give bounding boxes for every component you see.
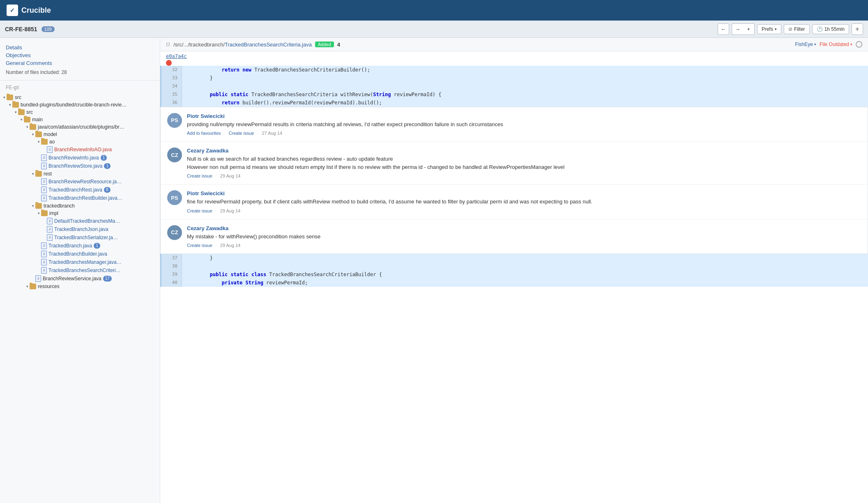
file-header: ⊡ /src/.../trackedbranch/TrackedBranches… [160,38,868,51]
file-item[interactable]: JTrackedBranchesManager.java… [0,258,160,266]
expand-icon: ▾ [30,204,35,208]
comment-action-add-to-favourites[interactable]: Add to favourites [187,131,221,136]
folder-item[interactable]: ▾ao [0,138,160,145]
comment-action-create-issue[interactable]: Create issue [187,243,212,248]
folder-item[interactable]: ▾src [0,108,160,116]
comment-author: Piotr Swiecicki [187,190,861,196]
tree-label: BranchReviewInfoAO.java [54,147,112,152]
comment-action-create-issue[interactable]: Create issue [229,131,254,136]
file-type-icon: J [47,234,53,241]
code-line: 39 public static class TrackedBranchesSe… [161,270,868,279]
file-path-prefix: /src/.../trackedbranch/ [173,42,225,48]
file-item[interactable]: JTrackedBranchSerializer.ja… [0,233,160,242]
sidebar-divider [0,80,160,81]
commit-hash-link[interactable]: e0a7a4c [166,53,187,59]
tree-label: src [26,109,33,115]
folder-item[interactable]: ▾bundled-plugins/bundled/crucible-branch… [0,101,160,108]
review-count-badge: 109 [41,26,55,32]
file-comment-count: 17 [103,276,112,281]
file-type-icon: J [41,242,47,249]
file-item[interactable]: JTrackedBranchRest.java8 [0,186,160,194]
line-number: 38 [161,262,182,270]
avatar: PS [167,190,182,205]
expand-icon: ▾ [30,132,35,136]
folder-item[interactable]: ▾resources [0,283,160,290]
line-number: 37 [161,254,182,262]
file-type-icon: J [35,275,41,282]
code-line: 40 private String reviewPermaId; [161,279,868,287]
comment-item: PSPiotr Swiecickiproviding null/empty re… [161,107,868,142]
tree-label: impl [49,210,58,216]
line-number: 32 [161,66,182,74]
file-item[interactable]: JBranchReviewInfo.java1 [0,154,160,162]
nav-dropdown-button[interactable]: ▾ [743,23,755,35]
new-review-button[interactable]: + [852,23,863,35]
file-item[interactable]: JBranchReviewInfoAO.java [0,145,160,154]
tree-label: ao [49,139,55,145]
prefs-button[interactable]: Prefs ▾ [757,24,781,34]
file-item[interactable]: JBranchReviewService.java17 [0,275,160,283]
toolbar-right: ← → ▾ Prefs ▾ ⊘ Filter 🕐 1h 55min + [718,23,863,35]
action-separator: · [216,208,217,213]
folder-icon [30,284,36,289]
line-content: return builder().reviewPermaId(reviewPer… [182,99,386,107]
avatar: CZ [167,225,182,240]
line-content: } [182,254,217,262]
file-name-link[interactable]: TrackedBranchesSearchCriteria.java [225,42,312,48]
red-dot-marker [166,60,172,66]
file-type-icon: J [47,226,53,233]
file-item[interactable]: JTrackedBranchRestBuilder.java… [0,194,160,202]
comment-item: CZCezary ZawadkaMy mistake - for withRev… [161,219,868,254]
comment-item: CZCezary ZawadkaNull is ok as we search … [161,142,868,185]
code-line: 38 [161,262,868,270]
file-item[interactable]: JBranchReviewStore.java1 [0,162,160,170]
folder-item[interactable]: ▾impl [0,210,160,217]
file-item[interactable]: JDefaultTrackedBranchesMa… [0,217,160,225]
file-header-right: FishEye ▾ File Outdated ▾ [795,41,862,48]
folder-item[interactable]: ▾trackedbranch [0,202,160,210]
app-name: Crucible [21,6,51,15]
tree-label: BranchReviewInfo.java [48,155,99,161]
cr-id: CR-FE-8851 [5,26,37,32]
code-line: 37 } [161,254,868,262]
nav-forward-button[interactable]: → [732,23,743,35]
file-item[interactable]: JTrackedBranchBuilder.java [0,250,160,258]
code-line: 34 [161,82,868,90]
fisheye-button[interactable]: FishEye ▾ [795,42,816,47]
file-item[interactable]: JTrackedBranchesSearchCriteri… [0,266,160,275]
line-number: 40 [161,279,182,287]
file-item[interactable]: JTrackedBranch.java1 [0,242,160,250]
general-comments-link[interactable]: General Comments [6,59,154,67]
comment-author: Cezary Zawadka [187,148,861,154]
file-outdated-button[interactable]: File Outdated ▾ [820,42,852,47]
file-type-icon: J [47,218,53,224]
comment-body: Cezary ZawadkaNull is ok as we search fo… [187,148,861,178]
fisheye-arrow-icon: ▾ [814,42,816,46]
file-type-icon: J [47,146,53,153]
content-area: ⊡ /src/.../trackedbranch/TrackedBranches… [160,38,868,503]
comment-date: 27 Aug 14 [262,131,282,136]
comment-action-create-issue[interactable]: Create issue [187,208,212,213]
nav-back-button[interactable]: ← [718,23,729,35]
file-type-icon: J [41,267,47,274]
details-link[interactable]: Details [6,44,154,51]
comment-actions: Create issue·29 Aug 14 [187,173,861,178]
comment-action-create-issue[interactable]: Create issue [187,173,212,178]
file-item[interactable]: JTrackedBranchJson.java [0,225,160,233]
folder-icon [35,203,42,209]
file-outdated-arrow-icon: ▾ [850,42,852,46]
time-button[interactable]: 🕐 1h 55min [812,24,849,34]
filter-button[interactable]: ⊘ Filter [784,24,810,34]
folder-item[interactable]: ▾java/com/atlassian/crucible/plugins/br… [0,123,160,131]
action-separator: · [216,243,217,248]
folder-item[interactable]: ▾main [0,116,160,123]
folder-item[interactable]: ▾rest [0,170,160,178]
code-line: 33 } [161,74,868,82]
sidebar-nav: Details Objectives General Comments [0,42,160,69]
line-content [182,262,190,270]
folder-item[interactable]: ▾src [0,94,160,101]
objectives-link[interactable]: Objectives [6,51,154,59]
file-item[interactable]: JBranchReviewRestResource.ja… [0,178,160,186]
tree-label: TrackedBranch.java [48,243,92,249]
folder-item[interactable]: ▾model [0,131,160,138]
